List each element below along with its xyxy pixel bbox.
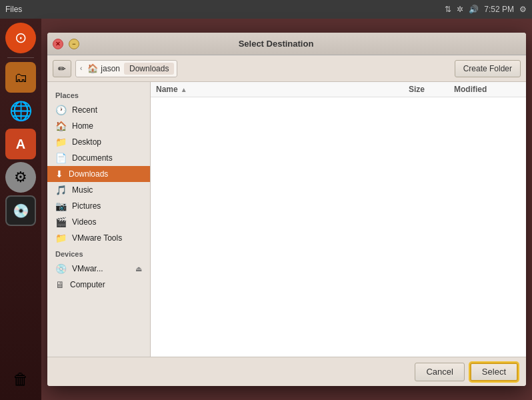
home-icon: 🏠 [55,121,67,131]
sidebar-item-recent[interactable]: 🕐 Recent [47,102,150,118]
computer-icon: 🖥 [55,279,65,290]
gear-icon[interactable]: ⚙ [519,5,527,14]
dialog-titlebar: ✕ − Select Destination [47,33,526,55]
bluetooth-icon: ✲ [457,5,463,14]
close-button[interactable]: ✕ [53,39,63,49]
minimize-button[interactable]: − [69,39,79,49]
documents-icon: 📄 [55,153,67,163]
dialog-content: Places 🕐 Recent 🏠 Home 📁 Desktop 📄 Docum… [47,82,526,357]
dialog-title: Select Destination [85,39,467,49]
sidebar-item-desktop[interactable]: 📁 Desktop [47,134,150,150]
edit-button[interactable]: ✏ [53,60,71,77]
column-name[interactable]: Name ▲ [156,85,403,94]
sidebar-item-vmware-drive[interactable]: 💿 VMwar... ⏏ [47,261,150,277]
launcher-separator [7,57,34,58]
column-size[interactable]: Size [409,85,449,94]
sort-arrow: ▲ [181,86,187,93]
sidebar-documents-label: Documents [72,153,113,163]
app-title: Files [5,5,22,14]
pictures-icon: 📷 [55,201,67,211]
sound-icon: 🔊 [469,5,479,14]
sidebar-item-vmware-tools[interactable]: 📁 VMware Tools [47,230,150,246]
sidebar-item-computer[interactable]: 🖥 Computer [47,277,150,293]
breadcrumb-bar: ‹ 🏠 jason Downloads [75,60,177,77]
sidebar-music-label: Music [72,185,93,195]
launcher-firefox-icon[interactable]: 🌐 [5,95,36,126]
launcher-ubuntu-icon[interactable]: ⊙ [5,23,36,53]
sidebar-computer-label: Computer [70,280,105,289]
select-destination-dialog: ✕ − Select Destination ✏ ‹ 🏠 jason Downl… [47,33,526,386]
top-bar: Files ⇅ ✲ 🔊 7:52 PM ⚙ [0,0,532,19]
launcher-trash-icon[interactable]: 🗑 [5,364,36,395]
desktop-icon: 📁 [55,137,67,147]
select-button[interactable]: Select [470,363,518,381]
breadcrumb-jason-label: jason [101,64,120,73]
home-folder-icon: 🏠 [87,63,98,73]
downloads-icon: ⬇ [55,169,63,179]
file-header: Name ▲ Size Modified [151,82,526,97]
launcher-files-icon[interactable]: 🗂 [5,62,36,93]
launcher-dvd-icon[interactable]: 💿 [5,195,36,226]
sidebar: Places 🕐 Recent 🏠 Home 📁 Desktop 📄 Docum… [47,82,151,357]
vmware-drive-icon: 💿 [55,263,67,274]
devices-label: Devices [47,246,150,261]
file-list [151,97,526,357]
sidebar-item-downloads[interactable]: ⬇ Downloads [47,166,150,182]
sidebar-downloads-label: Downloads [69,169,108,179]
sidebar-vmware-drive-label: VMwar... [72,264,103,273]
launcher-font-icon[interactable]: A [5,129,36,159]
sidebar-item-videos[interactable]: 🎬 Videos [47,214,150,230]
places-label: Places [47,87,150,102]
vmware-tools-icon: 📁 [55,233,67,243]
sidebar-home-label: Home [72,121,93,131]
sidebar-item-documents[interactable]: 📄 Documents [47,150,150,166]
cancel-button[interactable]: Cancel [415,363,464,381]
launcher: ⊙ 🗂 🌐 A ⚙ 💿 🗑 [0,19,41,400]
breadcrumb-back-arrow[interactable]: ‹ [79,65,83,72]
sidebar-recent-label: Recent [72,105,97,115]
launcher-settings-icon[interactable]: ⚙ [5,162,36,193]
file-area: Name ▲ Size Modified [151,82,526,357]
column-modified[interactable]: Modified [454,85,521,94]
eject-button[interactable]: ⏏ [135,265,142,273]
dialog-backdrop: ✕ − Select Destination ✏ ‹ 🏠 jason Downl… [41,19,532,400]
sidebar-desktop-label: Desktop [72,137,101,147]
sidebar-pictures-label: Pictures [72,201,101,211]
sidebar-item-home[interactable]: 🏠 Home [47,118,150,134]
dialog-toolbar: ✏ ‹ 🏠 jason Downloads Create Folder [47,55,526,82]
music-icon: 🎵 [55,185,67,195]
recent-icon: 🕐 [55,105,67,115]
sidebar-videos-label: Videos [72,217,96,227]
edit-icon: ✏ [58,63,66,74]
breadcrumb-item-jason[interactable]: 🏠 jason [83,62,124,75]
sidebar-vmware-tools-label: VMware Tools [72,233,122,243]
breadcrumb-current-downloads[interactable]: Downloads [124,63,174,75]
create-folder-button[interactable]: Create Folder [455,60,521,77]
sort-icon: ⇅ [445,5,451,14]
sidebar-item-music[interactable]: 🎵 Music [47,182,150,198]
videos-icon: 🎬 [55,217,67,227]
sidebar-item-pictures[interactable]: 📷 Pictures [47,198,150,214]
dialog-bottom: Cancel Select [47,357,526,386]
clock: 7:52 PM [484,5,514,14]
